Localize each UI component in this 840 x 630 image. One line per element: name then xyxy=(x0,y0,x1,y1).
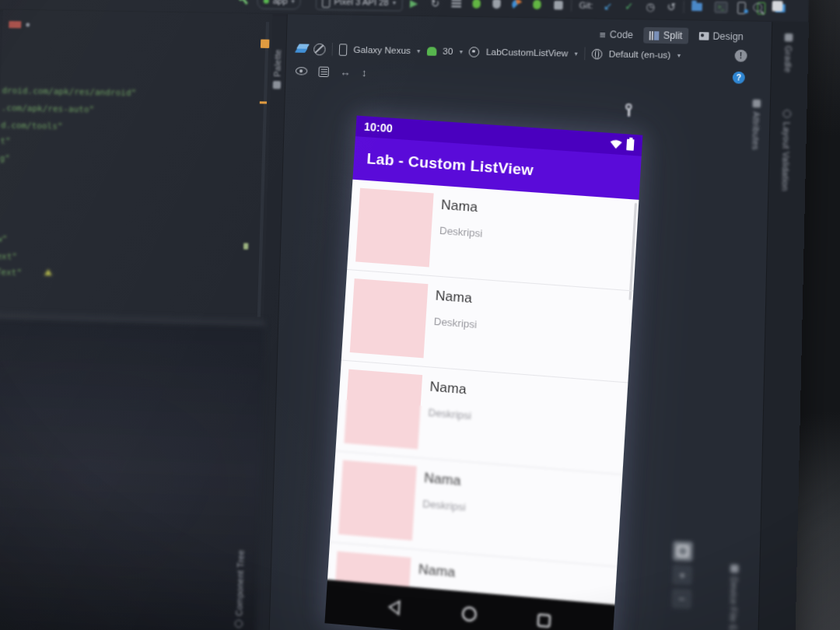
design-icon xyxy=(698,32,709,40)
palette-icon xyxy=(273,81,281,89)
build-hammer-button[interactable] xyxy=(238,0,249,8)
debug-button[interactable] xyxy=(472,0,481,12)
status-time: 10:00 xyxy=(364,120,394,135)
item-description: Deskripsi xyxy=(428,406,471,422)
device-manager-button[interactable] xyxy=(737,0,748,16)
orientation-icon[interactable] xyxy=(313,43,326,55)
stop-icon xyxy=(554,0,563,9)
terminal-button[interactable]: >_ xyxy=(714,0,727,16)
recents-button[interactable] xyxy=(535,612,552,630)
bug-attach-icon xyxy=(533,0,541,9)
zoom-controls: + − xyxy=(671,541,692,609)
apply-changes-icon: ↻ xyxy=(431,0,440,9)
phone-preview[interactable]: 10:00 Lab - Custom ListView Nama Deskrip… xyxy=(324,116,642,630)
play-icon: ▶ xyxy=(410,0,418,8)
wrench-icon[interactable] xyxy=(625,103,633,117)
run-button[interactable]: ▶ xyxy=(410,0,418,11)
git-update-button[interactable]: ↙ xyxy=(604,0,613,14)
stop-button[interactable] xyxy=(554,0,563,13)
editor-tab-dot xyxy=(26,23,30,26)
tab-code[interactable]: ≡Code xyxy=(593,26,639,44)
wifi-icon xyxy=(609,138,623,150)
error-stripe-mark[interactable] xyxy=(260,101,267,103)
editor-scrollbar[interactable] xyxy=(257,22,269,317)
view-options-icon[interactable] xyxy=(296,67,308,75)
warning-icon xyxy=(44,269,52,275)
component-tree-label: Component Tree xyxy=(234,549,246,616)
layout-variants-icon[interactable] xyxy=(318,66,329,77)
git-history-button[interactable]: ◷ xyxy=(646,0,655,14)
item-name: Nama xyxy=(435,288,472,306)
code-line: Text" xyxy=(0,267,22,278)
chevron-down-icon: ▾ xyxy=(393,0,396,6)
item-name: Nama xyxy=(429,379,467,397)
coverage-button[interactable] xyxy=(492,0,501,12)
attach-debugger-button[interactable] xyxy=(533,0,541,12)
item-description: Deskripsi xyxy=(439,224,483,240)
code-line: g" xyxy=(0,153,10,163)
run-configuration-selector[interactable]: app▾ xyxy=(257,0,301,9)
gutter-marker xyxy=(243,243,248,249)
layout-validation-tool-window-bar[interactable]: Layout Validation xyxy=(780,110,792,191)
chevron-down-icon: ▾ xyxy=(575,50,578,57)
code-editor[interactable]: droid.com/apk/res/android" .com/apk/res-… xyxy=(0,10,272,327)
home-button[interactable] xyxy=(460,604,479,624)
back-button[interactable] xyxy=(386,598,404,618)
folder-icon xyxy=(691,3,702,12)
design-tab-label: Design xyxy=(712,30,744,42)
theme-selector[interactable]: LabCustomListView xyxy=(486,47,569,58)
terminal-icon: >_ xyxy=(715,2,728,13)
zoom-out-button[interactable]: − xyxy=(671,589,691,609)
git-commit-button[interactable]: ✓ xyxy=(625,0,634,14)
attributes-tool-window-bar[interactable]: Attributes xyxy=(751,100,761,150)
chevron-down-icon: ▾ xyxy=(460,47,463,54)
preview-device-selector[interactable]: Galaxy Nexus xyxy=(353,45,411,56)
theme-icon xyxy=(469,47,480,58)
toolbar-separator xyxy=(332,43,333,55)
design-panel: ≡Code Split Design Galaxy Nexus ▾ 30 ▾ L… xyxy=(268,14,772,630)
module-icon xyxy=(264,0,269,3)
split-icon xyxy=(649,31,660,40)
android-studio-window: app▾ Pixel 3 API 28▾ ▶ ↻ Git: ↙ ✓ ◷ ↺ >_… xyxy=(0,0,809,630)
horizontal-arrows-icon[interactable]: ↔ xyxy=(340,67,351,78)
git-rollback-button[interactable]: ↺ xyxy=(667,0,676,15)
error-stripe-marker[interactable] xyxy=(261,40,270,48)
tab-design[interactable]: Design xyxy=(693,28,750,45)
gradle-icon xyxy=(785,33,793,42)
project-structure-button[interactable] xyxy=(691,0,702,15)
chevron-down-icon: ▾ xyxy=(417,47,420,54)
fit-icon xyxy=(677,545,688,557)
search-icon xyxy=(753,2,762,12)
profiler-button[interactable] xyxy=(512,0,523,12)
palette-label: Palette xyxy=(272,49,282,77)
android-icon xyxy=(426,47,436,56)
attributes-icon xyxy=(752,100,761,108)
clock-icon: ◷ xyxy=(646,1,655,12)
locale-selector[interactable]: Default (en-us) xyxy=(608,49,670,60)
palette-tool-window-bar[interactable]: Palette xyxy=(272,49,283,89)
vertical-arrows-icon[interactable]: ↕ xyxy=(362,67,367,77)
phone-list[interactable]: Nama Deskripsi Nama Deskripsi Nama Deskr… xyxy=(327,180,639,605)
device-file-explorer-tool-window-bar[interactable]: Device File Explorer xyxy=(727,565,740,630)
battery-icon xyxy=(626,139,634,151)
gradle-tool-window-bar[interactable]: Gradle xyxy=(783,33,794,73)
api-level-selector[interactable]: 30 xyxy=(443,47,453,57)
device-selector[interactable]: Pixel 3 API 28▾ xyxy=(316,0,403,10)
search-everywhere-button[interactable] xyxy=(753,0,762,16)
zoom-in-button[interactable]: + xyxy=(672,565,692,585)
run-config-label: app xyxy=(273,0,288,5)
notifications-button[interactable] xyxy=(772,0,782,14)
zoom-to-fit-button[interactable] xyxy=(673,541,693,562)
item-image-placeholder xyxy=(338,460,417,541)
tab-split[interactable]: Split xyxy=(643,27,688,44)
item-image-placeholder xyxy=(355,188,434,268)
apply-code-changes-button[interactable] xyxy=(451,0,461,12)
apply-changes-button[interactable]: ↻ xyxy=(431,0,440,11)
update-arrow-icon: ↙ xyxy=(604,0,613,11)
design-surface-icon[interactable] xyxy=(296,44,308,54)
toolbar-separator xyxy=(584,47,585,61)
item-description: Deskripsi xyxy=(433,315,477,331)
code-line: d.com/tools" xyxy=(1,120,63,131)
undo-icon: ↺ xyxy=(667,2,676,12)
device-file-explorer-icon xyxy=(730,565,739,573)
